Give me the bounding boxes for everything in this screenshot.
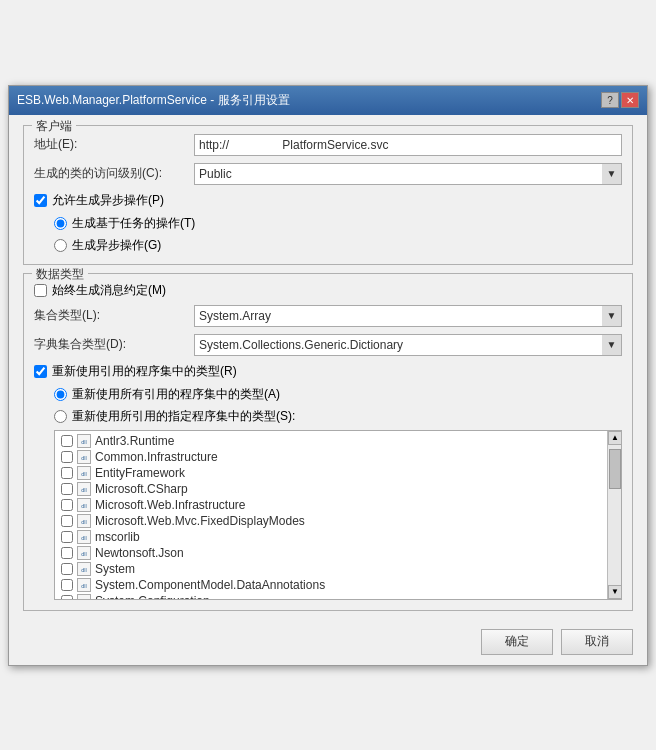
dialog-footer: 确定 取消 bbox=[9, 621, 647, 665]
scrollbar-down-button[interactable]: ▼ bbox=[608, 585, 622, 599]
async-op-radio-label[interactable]: 生成异步操作(G) bbox=[72, 237, 161, 254]
assembly-dll-icon: dll bbox=[77, 530, 91, 544]
address-input[interactable] bbox=[194, 134, 622, 156]
list-item[interactable]: dllSystem.Configuration bbox=[55, 593, 621, 599]
collection-type-select-wrap: System.Array ▼ bbox=[194, 305, 622, 327]
async-op-radio-row: 生成异步操作(G) bbox=[54, 237, 622, 254]
assembly-dll-icon: dll bbox=[77, 482, 91, 496]
title-bar-buttons: ? ✕ bbox=[601, 92, 639, 108]
list-item[interactable]: dllMicrosoft.CSharp bbox=[55, 481, 621, 497]
address-label: 地址(E): bbox=[34, 136, 194, 153]
list-item[interactable]: dllSystem bbox=[55, 561, 621, 577]
dict-type-select[interactable]: System.Collections.Generic.Dictionary bbox=[194, 334, 622, 356]
list-item[interactable]: dllNewtonsoft.Json bbox=[55, 545, 621, 561]
assembly-checkbox[interactable] bbox=[61, 531, 73, 543]
assembly-dll-icon: dll bbox=[77, 578, 91, 592]
reuse-specified-radio-row: 重新使用所引用的指定程序集中的类型(S): bbox=[54, 408, 622, 425]
assembly-name: Microsoft.Web.Mvc.FixedDisplayModes bbox=[95, 514, 305, 528]
svg-text:dll: dll bbox=[81, 535, 87, 541]
list-item[interactable]: dllmscorlib bbox=[55, 529, 621, 545]
svg-text:dll: dll bbox=[81, 503, 87, 509]
collection-type-label: 集合类型(L): bbox=[34, 307, 194, 324]
reuse-specified-radio[interactable] bbox=[54, 410, 67, 423]
assembly-dll-icon: dll bbox=[77, 434, 91, 448]
assembly-name: System.Configuration bbox=[95, 594, 210, 599]
async-op-radio[interactable] bbox=[54, 239, 67, 252]
reuse-all-radio[interactable] bbox=[54, 388, 67, 401]
scrollbar-up-button[interactable]: ▲ bbox=[608, 431, 622, 445]
list-item[interactable]: dllMicrosoft.Web.Infrastructure bbox=[55, 497, 621, 513]
always-gen-row: 始终生成消息约定(M) bbox=[34, 282, 622, 299]
reuse-checkbox-label[interactable]: 重新使用引用的程序集中的类型(R) bbox=[52, 363, 237, 380]
assembly-checkbox[interactable] bbox=[61, 547, 73, 559]
address-input-wrap bbox=[194, 134, 622, 156]
assembly-name: EntityFramework bbox=[95, 466, 185, 480]
svg-text:dll: dll bbox=[81, 455, 87, 461]
svg-text:dll: dll bbox=[81, 471, 87, 477]
close-button[interactable]: ✕ bbox=[621, 92, 639, 108]
assembly-dll-icon: dll bbox=[77, 450, 91, 464]
scrollbar-thumb[interactable] bbox=[609, 449, 621, 489]
reuse-all-radio-row: 重新使用所有引用的程序集中的类型(A) bbox=[54, 386, 622, 403]
reuse-specified-radio-label[interactable]: 重新使用所引用的指定程序集中的类型(S): bbox=[72, 408, 295, 425]
title-bar: ESB.Web.Manager.PlatformService - 服务引用设置… bbox=[9, 86, 647, 115]
assembly-list-box: dllAntlr3.RuntimedllCommon.Infrastructur… bbox=[54, 430, 622, 600]
data-types-section-label: 数据类型 bbox=[32, 266, 88, 283]
assembly-dll-icon: dll bbox=[77, 498, 91, 512]
assembly-checkbox[interactable] bbox=[61, 467, 73, 479]
title-bar-left: ESB.Web.Manager.PlatformService - 服务引用设置 bbox=[17, 92, 290, 109]
collection-type-select[interactable]: System.Array bbox=[194, 305, 622, 327]
assembly-checkbox[interactable] bbox=[61, 499, 73, 511]
assembly-dll-icon: dll bbox=[77, 514, 91, 528]
assembly-dll-icon: dll bbox=[77, 594, 91, 599]
always-gen-label[interactable]: 始终生成消息约定(M) bbox=[52, 282, 166, 299]
assembly-checkbox[interactable] bbox=[61, 579, 73, 591]
task-radio-label[interactable]: 生成基于任务的操作(T) bbox=[72, 215, 195, 232]
list-item[interactable]: dllEntityFramework bbox=[55, 465, 621, 481]
reuse-all-radio-label[interactable]: 重新使用所有引用的程序集中的类型(A) bbox=[72, 386, 280, 403]
async-checkbox[interactable] bbox=[34, 194, 47, 207]
assembly-name: Common.Infrastructure bbox=[95, 450, 218, 464]
reuse-checkbox[interactable] bbox=[34, 365, 47, 378]
confirm-button[interactable]: 确定 bbox=[481, 629, 553, 655]
assembly-name: Microsoft.Web.Infrastructure bbox=[95, 498, 246, 512]
dict-type-label: 字典集合类型(D): bbox=[34, 336, 194, 353]
dict-type-select-wrap: System.Collections.Generic.Dictionary ▼ bbox=[194, 334, 622, 356]
assembly-checkbox[interactable] bbox=[61, 451, 73, 463]
list-item[interactable]: dllAntlr3.Runtime bbox=[55, 433, 621, 449]
async-checkbox-row: 允许生成异步操作(P) bbox=[34, 192, 622, 209]
task-radio[interactable] bbox=[54, 217, 67, 230]
assembly-checkbox[interactable] bbox=[61, 563, 73, 575]
access-level-label: 生成的类的访问级别(C): bbox=[34, 165, 194, 182]
svg-text:dll: dll bbox=[81, 487, 87, 493]
always-gen-checkbox[interactable] bbox=[34, 284, 47, 297]
access-level-select[interactable]: Public bbox=[194, 163, 622, 185]
assembly-checkbox[interactable] bbox=[61, 435, 73, 447]
assembly-name: mscorlib bbox=[95, 530, 140, 544]
scrollbar-track bbox=[608, 445, 621, 585]
assembly-name: Microsoft.CSharp bbox=[95, 482, 188, 496]
reuse-checkbox-row: 重新使用引用的程序集中的类型(R) bbox=[34, 363, 622, 380]
address-row: 地址(E): bbox=[34, 134, 622, 156]
client-section-label: 客户端 bbox=[32, 118, 76, 135]
collection-type-row: 集合类型(L): System.Array ▼ bbox=[34, 305, 622, 327]
list-item[interactable]: dllMicrosoft.Web.Mvc.FixedDisplayModes bbox=[55, 513, 621, 529]
cancel-button[interactable]: 取消 bbox=[561, 629, 633, 655]
task-radio-row: 生成基于任务的操作(T) bbox=[54, 215, 622, 232]
assembly-checkbox[interactable] bbox=[61, 595, 73, 599]
assembly-checkbox[interactable] bbox=[61, 483, 73, 495]
help-icon: ? bbox=[607, 95, 613, 106]
list-item[interactable]: dllSystem.ComponentModel.DataAnnotations bbox=[55, 577, 621, 593]
assembly-checkbox[interactable] bbox=[61, 515, 73, 527]
access-level-row: 生成的类的访问级别(C): Public ▼ bbox=[34, 163, 622, 185]
assembly-dll-icon: dll bbox=[77, 562, 91, 576]
assembly-list[interactable]: dllAntlr3.RuntimedllCommon.Infrastructur… bbox=[55, 431, 621, 599]
assembly-name: System bbox=[95, 562, 135, 576]
assembly-dll-icon: dll bbox=[77, 546, 91, 560]
list-item[interactable]: dllCommon.Infrastructure bbox=[55, 449, 621, 465]
close-icon: ✕ bbox=[626, 95, 634, 106]
help-button[interactable]: ? bbox=[601, 92, 619, 108]
assembly-name: Newtonsoft.Json bbox=[95, 546, 184, 560]
dict-type-row: 字典集合类型(D): System.Collections.Generic.Di… bbox=[34, 334, 622, 356]
async-checkbox-label[interactable]: 允许生成异步操作(P) bbox=[52, 192, 164, 209]
